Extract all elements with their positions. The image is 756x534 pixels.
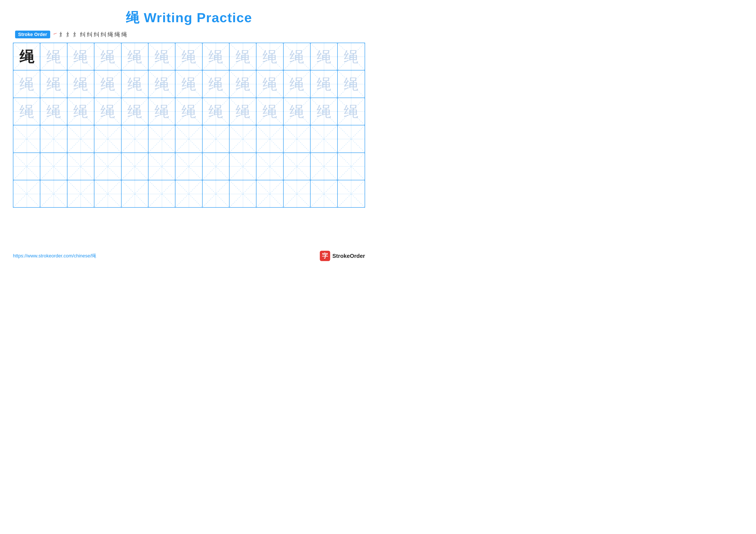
svg-line-100 [310,125,337,152]
svg-line-143 [176,180,202,207]
grid-cell-3-6 [176,125,202,152]
practice-char: 绳 [316,49,331,64]
grid-cell-3-1 [40,125,67,152]
grid-cell-1-5: 绳 [148,70,176,97]
svg-line-109 [68,153,94,180]
grid-cell-1-7: 绳 [202,70,230,97]
practice-char: 绳 [262,77,277,91]
cell-guidelines [230,153,256,180]
svg-line-96 [256,125,283,152]
grid-cell-4-1 [40,153,67,180]
svg-line-153 [310,180,337,207]
practice-char: 绳 [127,49,142,64]
grid-cell-3-10 [284,125,310,152]
svg-line-132 [40,180,67,207]
grid-cell-3-5 [148,125,176,152]
grid-cell-2-7: 绳 [202,98,230,125]
svg-line-148 [256,180,283,207]
cell-guidelines [284,180,310,207]
svg-line-95 [230,125,256,152]
grid-cell-3-12 [338,125,364,152]
grid-cell-0-5: 绳 [148,43,176,70]
practice-char: 绳 [235,104,250,119]
grid-cell-0-7: 绳 [202,43,230,70]
grid-cell-5-1 [40,180,67,207]
logo-icon: 字 [320,251,330,261]
svg-line-149 [256,180,283,207]
svg-line-94 [230,125,256,152]
practice-char: 绳 [344,77,358,91]
title-text: Writing Practice [140,10,252,25]
practice-char: 绳 [100,49,115,64]
cell-guidelines [310,125,337,152]
grid-cell-5-7 [202,180,230,207]
cell-guidelines [338,180,364,207]
grid-row-1: 绳 绳 绳 绳 绳 绳 绳 绳 [14,70,364,98]
grid-cell-0-3: 绳 [94,43,121,70]
practice-char: 绳 [235,77,250,91]
grid-cell-4-3 [94,153,121,180]
practice-char: 绳 [73,77,88,91]
svg-line-101 [310,125,337,152]
grid-cell-5-5 [148,180,176,207]
practice-char: 绳 [262,49,277,64]
svg-line-124 [284,153,310,180]
practice-char: 绳 [289,104,304,119]
grid-cell-2-1: 绳 [40,98,67,125]
cell-guidelines [338,125,364,152]
stroke-steps: ㇀纟纟纟纠纠纠纠绳绳绳 [52,31,127,38]
cell-guidelines [94,153,121,180]
svg-line-116 [176,153,202,180]
cell-guidelines [148,153,175,180]
cell-guidelines [14,125,40,152]
svg-line-97 [256,125,283,152]
grid-cell-2-6: 绳 [176,98,202,125]
cell-guidelines [68,153,94,180]
svg-line-146 [230,180,256,207]
grid-cell-5-10 [284,180,310,207]
grid-cell-4-2 [68,153,94,180]
grid-cell-1-4: 绳 [122,70,148,97]
cell-guidelines [68,180,94,207]
svg-line-135 [68,180,94,207]
svg-line-122 [256,153,283,180]
grid-row-5 [14,180,364,207]
stroke-order-row: Stroke Order ㇀纟纟纟纠纠纠纠绳绳绳 [13,31,365,38]
page-title: 绳 Writing Practice [13,9,365,27]
grid-cell-2-11: 绳 [310,98,338,125]
practice-char: 绳 [181,49,196,64]
svg-line-129 [338,153,364,180]
svg-line-83 [68,125,94,152]
grid-cell-4-8 [230,153,256,180]
practice-char: 绳 [100,104,115,119]
cell-guidelines [40,180,67,207]
grid-row-2: 绳 绳 绳 绳 绳 绳 绳 绳 [14,98,364,125]
grid-cell-4-4 [122,153,148,180]
svg-line-126 [310,153,337,180]
svg-line-102 [338,125,364,152]
grid-cell-4-12 [338,153,364,180]
svg-line-134 [68,180,94,207]
grid-cell-0-2: 绳 [68,43,94,70]
practice-char: 绳 [208,104,223,119]
grid-cell-0-1: 绳 [40,43,67,70]
grid-row-4 [14,153,364,180]
stroke-step-6: 纠 [94,31,99,38]
svg-line-118 [202,153,229,180]
grid-cell-2-10: 绳 [284,98,310,125]
cell-guidelines [122,153,148,180]
practice-char: 绳 [316,104,331,119]
grid-cell-1-9: 绳 [256,70,284,97]
svg-line-78 [14,125,40,152]
svg-line-106 [40,153,67,180]
svg-line-151 [284,180,310,207]
svg-line-99 [284,125,310,152]
stroke-step-1: 纟 [59,31,65,38]
logo-text: StrokeOrder [332,253,365,259]
grid-cell-4-9 [256,153,284,180]
grid-cell-4-11 [310,153,338,180]
svg-line-113 [122,153,148,180]
svg-line-81 [40,125,67,152]
svg-line-104 [14,153,40,180]
practice-grid: 绳 绳 绳 绳 绳 绳 绳 绳 [13,43,365,208]
